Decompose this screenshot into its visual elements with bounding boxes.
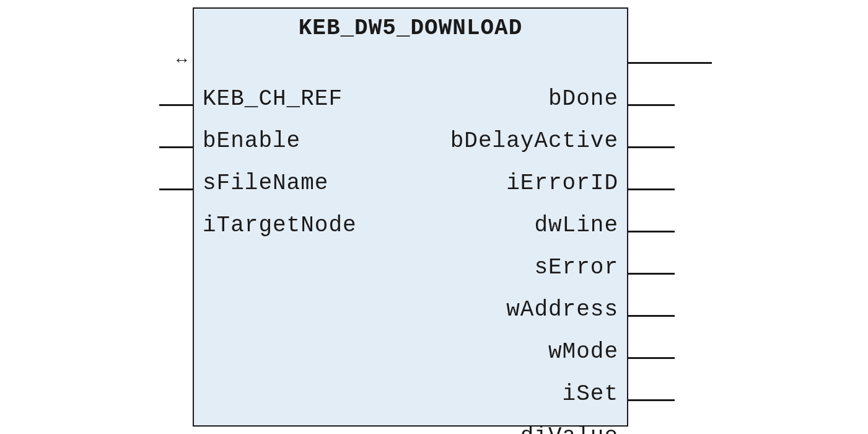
output-port: dwLine [534, 206, 627, 246]
output-wire [628, 273, 675, 275]
output-wire [628, 104, 675, 106]
output-wire [628, 231, 675, 232]
input-port: bEnable [194, 122, 300, 161]
output-wire [628, 188, 675, 190]
output-port: sError [534, 248, 627, 288]
output-port-label: bDelayActive [450, 130, 618, 153]
input-port-label: sFileName [203, 172, 328, 195]
input-port-label: bEnable [203, 130, 300, 153]
output-port-label: iSet [563, 383, 618, 405]
output-port: bDone [548, 79, 627, 119]
output-wire [628, 146, 675, 148]
input-port: sFileName [194, 164, 328, 203]
output-port-label: wAddress [506, 299, 618, 321]
output-port: iErrorID [506, 164, 627, 203]
output-wire [628, 357, 675, 359]
output-port: wMode [548, 332, 627, 372]
output-wire [628, 62, 712, 64]
input-wire [159, 104, 193, 106]
output-port: iSet [563, 374, 627, 414]
function-block: KEB_DW5_DOWNLOAD KEB_CH_REF bEnable sFil… [193, 7, 628, 427]
output-wire [628, 315, 675, 317]
output-port: diValue [520, 417, 627, 434]
input-port: iTargetNode [194, 206, 357, 246]
output-port: wAddress [506, 290, 627, 330]
output-port-label: diValue [520, 425, 618, 434]
output-port-label: dwLine [534, 215, 618, 237]
input-port: KEB_CH_REF [194, 79, 343, 119]
output-port-label: sError [534, 257, 618, 279]
input-wire [159, 146, 193, 148]
output-port-label: iErrorID [506, 172, 618, 195]
input-port-label: iTargetNode [203, 215, 357, 237]
input-wire [159, 188, 193, 190]
output-wire [628, 399, 675, 401]
output-port-label: bDone [548, 88, 618, 110]
bidirectional-arrow-icon: ↔ [177, 52, 187, 69]
diagram-canvas: KEB_DW5_DOWNLOAD KEB_CH_REF bEnable sFil… [0, 0, 868, 434]
output-port: bDelayActive [450, 122, 627, 161]
output-port-label: wMode [548, 341, 618, 363]
function-block-title: KEB_DW5_DOWNLOAD [194, 9, 627, 43]
input-port-label: KEB_CH_REF [203, 88, 343, 110]
